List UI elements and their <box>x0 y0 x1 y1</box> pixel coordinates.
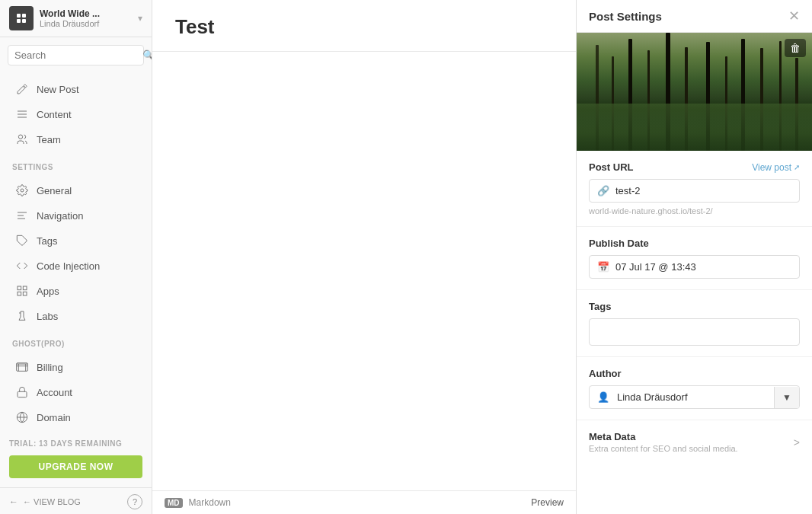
calendar-icon: 📅 <box>597 261 609 273</box>
account-icon <box>15 385 29 399</box>
svg-rect-2 <box>17 19 21 23</box>
help-icon[interactable]: ? <box>127 494 142 509</box>
sidebar-item-navigation[interactable]: Navigation <box>5 203 147 228</box>
view-blog-label: ← VIEW BLOG <box>23 497 81 506</box>
view-blog-link[interactable]: ← ← VIEW BLOG <box>9 496 81 507</box>
sidebar-header[interactable]: World Wide ... Linda Dräusdorf ▾ <box>0 0 152 37</box>
tags-section: Tags <box>577 290 812 357</box>
sidebar-item-code-injection[interactable]: Code Injection <box>5 254 147 278</box>
sidebar-item-general[interactable]: General <box>5 178 147 203</box>
svg-rect-18 <box>18 391 27 397</box>
code-injection-label: Code Injection <box>37 260 100 272</box>
sidebar-item-tags[interactable]: Tags <box>5 228 147 253</box>
meta-data-info: Meta Data Extra content for SEO and soci… <box>589 431 738 453</box>
post-url-section: Post URL View post ➚ 🔗 world-wide-nature… <box>577 151 812 227</box>
editor-area[interactable] <box>152 52 576 490</box>
svg-rect-16 <box>23 292 27 295</box>
pencil-icon <box>15 82 29 96</box>
external-link-icon: ➚ <box>794 163 800 171</box>
sidebar-item-content[interactable]: Content <box>5 102 147 126</box>
cog-icon <box>15 184 29 197</box>
main-nav: New Post Content Team <box>0 73 152 155</box>
publish-date-section: Publish Date 📅 <box>577 227 812 290</box>
close-button[interactable]: ✕ <box>788 9 800 23</box>
apps-label: Apps <box>37 286 59 297</box>
url-input[interactable] <box>615 185 791 196</box>
search-box[interactable]: 🔍 <box>8 45 144 65</box>
view-post-label: View post <box>752 162 791 173</box>
chevron-right-icon: > <box>794 436 800 449</box>
search-icon[interactable]: 🔍 <box>142 49 152 61</box>
sidebar-item-billing[interactable]: Billing <box>5 355 147 379</box>
link-icon: 🔗 <box>597 185 609 196</box>
panel-header: Post Settings ✕ <box>577 0 812 33</box>
billing-icon <box>15 360 29 374</box>
editor-footer: MD Markdown Preview <box>152 490 576 514</box>
author-select[interactable]: Linda Dräusdorf <box>617 386 774 408</box>
domain-icon <box>15 410 29 424</box>
main-content: Test MD Markdown Preview <box>152 0 576 514</box>
meta-data-title: Meta Data <box>589 431 738 442</box>
meta-data-row[interactable]: Meta Data Extra content for SEO and soci… <box>577 420 812 464</box>
site-title: World Wide ... <box>40 8 138 19</box>
author-label: Author <box>589 368 622 379</box>
author-section: Author 👤 Linda Dräusdorf ▼ <box>577 357 812 420</box>
svg-rect-3 <box>22 19 26 23</box>
sidebar-bottom[interactable]: ← ← VIEW BLOG ? <box>0 487 152 514</box>
author-select-wrap[interactable]: 👤 Linda Dräusdorf ▼ <box>589 385 800 409</box>
tag-icon <box>15 234 29 247</box>
users-icon <box>15 132 29 146</box>
svg-rect-14 <box>23 286 27 290</box>
new-post-label: New Post <box>37 84 79 95</box>
search-input[interactable] <box>14 49 142 61</box>
account-label: Account <box>37 387 72 398</box>
apps-icon <box>15 284 29 298</box>
markdown-icon: MD <box>165 498 183 508</box>
svg-rect-0 <box>17 14 21 18</box>
url-hint: world-wide-nature.ghost.io/test-2/ <box>589 206 800 215</box>
team-label: Team <box>37 134 61 145</box>
author-row: Author <box>589 368 800 379</box>
app-icon <box>9 6 34 30</box>
tags-input[interactable] <box>589 318 800 346</box>
domain-label: Domain <box>37 412 71 423</box>
site-user: Linda Dräusdorf <box>40 19 138 28</box>
publish-date-input[interactable] <box>615 261 791 273</box>
navigation-label: Navigation <box>37 210 83 222</box>
settings-nav: General Navigation Tags Code Injection A… <box>0 174 152 332</box>
publish-date-field[interactable]: 📅 <box>589 255 800 279</box>
url-input-field[interactable]: 🔗 <box>589 179 800 203</box>
page-title: Test <box>175 15 553 39</box>
header-chevron-icon[interactable]: ▾ <box>138 13 142 24</box>
svg-rect-15 <box>18 292 21 295</box>
svg-point-7 <box>18 135 22 139</box>
sidebar-item-new-post[interactable]: New Post <box>5 77 147 101</box>
content-label: Content <box>37 109 72 120</box>
sidebar-item-team[interactable]: Team <box>5 127 147 152</box>
main-header: Test <box>152 0 576 52</box>
sidebar-item-account[interactable]: Account <box>5 380 147 404</box>
labs-icon <box>15 309 29 323</box>
view-post-link[interactable]: View post ➚ <box>752 162 800 173</box>
featured-image: 🗑 <box>577 33 812 151</box>
ghost-pro-section-label: GHOST(PRO) <box>0 332 152 351</box>
preview-button[interactable]: Preview <box>531 497 564 508</box>
trial-banner: TRIAL: 13 DAYS REMAINING <box>0 433 152 451</box>
sidebar: World Wide ... Linda Dräusdorf ▾ 🔍 New P… <box>0 0 152 514</box>
editor-body[interactable] <box>152 52 576 490</box>
general-label: General <box>37 185 72 196</box>
list-icon <box>15 107 29 121</box>
sidebar-item-apps[interactable]: Apps <box>5 279 147 303</box>
author-chevron-button[interactable]: ▼ <box>774 387 799 408</box>
sidebar-item-labs[interactable]: Labs <box>5 304 147 328</box>
panel-title: Post Settings <box>589 10 662 23</box>
delete-image-button[interactable]: 🗑 <box>785 39 806 57</box>
post-url-label: Post URL <box>589 161 634 173</box>
forest-image <box>577 33 812 151</box>
settings-section-label: SETTINGS <box>0 155 152 174</box>
publish-date-label: Publish Date <box>589 238 649 249</box>
upgrade-button[interactable]: UPGRADE NOW <box>9 455 142 478</box>
person-icon: 👤 <box>590 391 617 403</box>
sidebar-item-domain[interactable]: Domain <box>5 405 147 429</box>
tags-label: Tags <box>37 235 57 247</box>
